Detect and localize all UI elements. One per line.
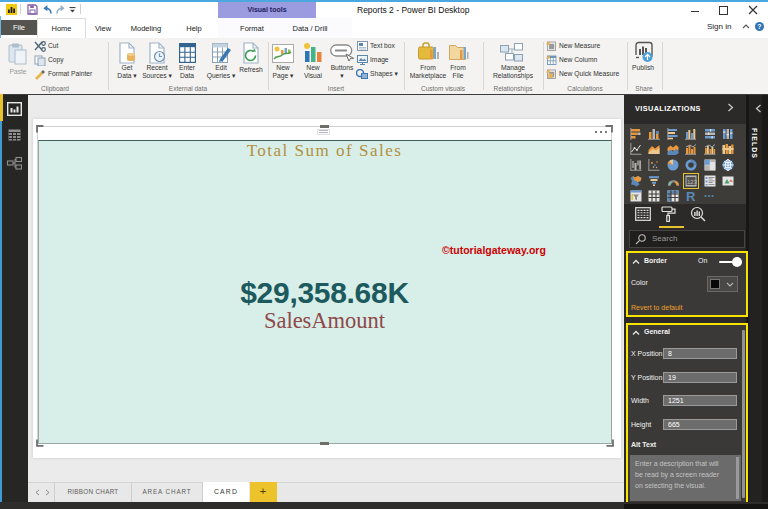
svg-text:123: 123 [687, 178, 697, 184]
svg-text:R: R [686, 190, 696, 202]
